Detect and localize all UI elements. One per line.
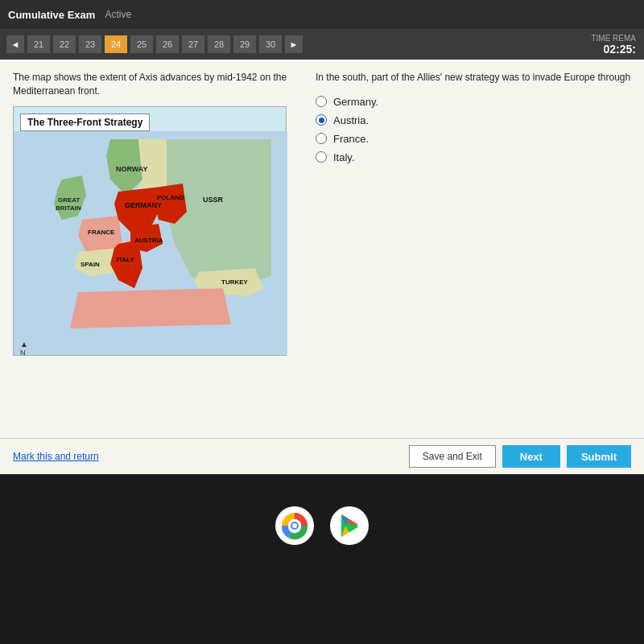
- timer-value: 02:25:: [591, 43, 636, 56]
- svg-point-19: [292, 523, 297, 528]
- radio-italy[interactable]: [316, 151, 327, 163]
- option-label-austria: Austria.: [333, 114, 369, 126]
- map-title: The Three-Front Strategy: [20, 114, 150, 131]
- save-exit-button[interactable]: Save and Exit: [409, 445, 496, 468]
- france-label: FRANCE: [88, 229, 115, 236]
- footer-bar: Mark this and return Save and Exit Next …: [0, 438, 644, 474]
- map-container: The Three-Front Strategy Axis powers Axi…: [13, 106, 287, 356]
- option-label-france: France.: [333, 133, 369, 145]
- italy-label: ITALY: [117, 256, 134, 263]
- left-panel: The map shows the extent of Axis advance…: [13, 71, 303, 430]
- footer-buttons: Save and Exit Next Submit: [409, 445, 631, 468]
- timer-label: TIME REMA: [591, 34, 636, 43]
- option-austria[interactable]: Austria.: [316, 114, 631, 126]
- radio-austria[interactable]: [316, 114, 327, 126]
- timer-block: TIME REMA 02:25:: [591, 34, 636, 56]
- nav-prev-button[interactable]: ◄: [6, 35, 24, 53]
- radio-germany[interactable]: [316, 96, 327, 107]
- question-nav-bar: ◄ 21 22 23 24 25 26 27 28 29 30 ► TIME R…: [0, 29, 644, 60]
- next-button[interactable]: Next: [502, 445, 560, 468]
- nav-next-button[interactable]: ►: [285, 35, 303, 53]
- great-britain-label: GREAT: [58, 196, 80, 204]
- germany-label: GERMANY: [125, 201, 162, 209]
- map-svg: NORWAY GREAT BRITAIN GERMANY USSR POLAND…: [14, 131, 287, 355]
- nav-q30[interactable]: 30: [259, 35, 282, 53]
- svg-text:▲: ▲: [20, 340, 28, 349]
- option-germany[interactable]: Germany.: [316, 96, 631, 108]
- exam-status: Active: [105, 9, 131, 20]
- spain-label: SPAIN: [80, 261, 100, 268]
- option-label-italy: Italy.: [333, 151, 355, 163]
- nav-q24[interactable]: 24: [105, 35, 127, 53]
- header-bar: Cumulative Exam Active: [0, 0, 644, 29]
- turkey-label: TURKEY: [221, 279, 249, 286]
- nav-q28[interactable]: 28: [208, 35, 230, 53]
- mark-return-link[interactable]: Mark this and return: [13, 451, 99, 462]
- svg-marker-12: [70, 288, 231, 328]
- chrome-icon[interactable]: [275, 506, 314, 545]
- nav-q26[interactable]: 26: [156, 35, 179, 53]
- answer-options: Germany. Austria. France. Italy.: [316, 96, 631, 163]
- option-italy[interactable]: Italy.: [316, 151, 631, 163]
- left-question-text: The map shows the extent of Axis advance…: [13, 71, 303, 98]
- nav-q25[interactable]: 25: [130, 35, 153, 53]
- right-panel: In the south, part of the Allies' new st…: [316, 71, 631, 430]
- nav-q27[interactable]: 27: [182, 35, 204, 53]
- play-store-icon[interactable]: [330, 506, 369, 545]
- nav-q21[interactable]: 21: [27, 35, 50, 53]
- nav-q23[interactable]: 23: [79, 35, 101, 53]
- ussr-label: USSR: [203, 196, 224, 204]
- option-label-germany: Germany.: [333, 96, 378, 108]
- radio-france[interactable]: [316, 133, 327, 144]
- option-france[interactable]: France.: [316, 133, 631, 145]
- norway-label: NORWAY: [116, 165, 148, 173]
- exam-title: Cumulative Exam: [8, 9, 95, 21]
- dark-area: [0, 474, 644, 644]
- right-question-text: In the south, part of the Allies' new st…: [316, 71, 631, 85]
- main-content: The map shows the extent of Axis advance…: [0, 60, 644, 438]
- svg-text:BRITAIN: BRITAIN: [56, 204, 81, 212]
- nav-q29[interactable]: 29: [233, 35, 256, 53]
- poland-label: POLAND: [157, 194, 184, 201]
- nav-q22[interactable]: 22: [53, 35, 76, 53]
- submit-button[interactable]: Submit: [567, 445, 631, 468]
- austria-label: AUSTRIA: [134, 237, 163, 244]
- svg-text:N: N: [20, 349, 26, 355]
